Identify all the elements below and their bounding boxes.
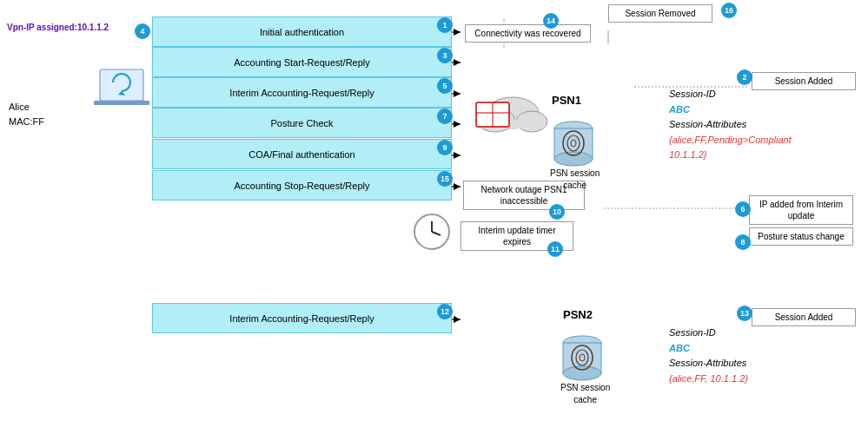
svg-point-39: [554, 152, 593, 166]
psn1-label: PSN1: [552, 94, 581, 107]
svg-marker-3: [454, 29, 461, 36]
step-3: 3: [437, 48, 453, 63]
psn2-session-cache: PSN sessioncache: [560, 382, 610, 406]
step-7: 7: [437, 108, 453, 124]
interim-acct-2-box: Interim Accounting-Request/Reply: [152, 303, 452, 333]
svg-marker-27: [454, 316, 461, 323]
session-info-1: Session-ID ABC Session-Attributes {alice…: [669, 87, 792, 163]
svg-rect-50: [94, 101, 149, 105]
step-13: 13: [737, 306, 752, 321]
coa-box: COA/Final authentication: [152, 139, 452, 169]
posture-check-box: Posture Check: [152, 108, 452, 138]
svg-point-45: [563, 366, 601, 380]
initial-auth-box: Initial authentication: [152, 16, 452, 47]
step-12: 12: [437, 304, 453, 319]
acct-start-box: Accounting Start-Request/Reply: [152, 47, 452, 77]
vpnip-label: Vpn-IP assigned:10.1.1.2: [7, 22, 109, 34]
step-10: 10: [549, 204, 565, 220]
step-15: 15: [437, 171, 453, 187]
diagram: Vpn-IP assigned:10.1.1.2 4 AliceMAC:FF I…: [0, 0, 868, 447]
step-14: 14: [543, 13, 559, 29]
connectivity-box: Connectivity was recovered: [465, 24, 591, 43]
step-11: 11: [547, 241, 563, 257]
step-6: 6: [735, 201, 751, 217]
session-removed-box: Session Removed: [608, 4, 712, 23]
svg-marker-19: [454, 152, 461, 159]
step-16: 16: [721, 3, 737, 18]
step-4: 4: [135, 23, 150, 39]
svg-marker-11: [454, 90, 461, 97]
posture-status-box: Posture status change: [749, 227, 853, 246]
clock-icon: [413, 213, 452, 252]
psn1-session-cache: PSN sessioncache: [550, 168, 600, 192]
acct-stop-box: Accounting Stop-Request/Reply: [152, 170, 452, 200]
step-8: 8: [735, 234, 751, 250]
step-1: 1: [437, 17, 453, 33]
alice-label: AliceMAC:FF: [9, 100, 44, 128]
svg-marker-23: [454, 183, 461, 190]
step-2: 2: [737, 69, 752, 85]
psn2-label: PSN2: [563, 308, 593, 321]
svg-marker-7: [454, 59, 461, 66]
ip-added-box: IP added from Interim update: [749, 195, 853, 225]
step-9: 9: [437, 140, 453, 155]
svg-marker-15: [454, 121, 461, 128]
session-added-2-box: Session Added: [752, 308, 856, 326]
session-info-2: Session-ID ABC Session-Attributes {alice…: [669, 325, 748, 386]
step-5: 5: [437, 78, 453, 94]
interim-acct-box: Interim Accounting-Request/Reply: [152, 77, 452, 108]
